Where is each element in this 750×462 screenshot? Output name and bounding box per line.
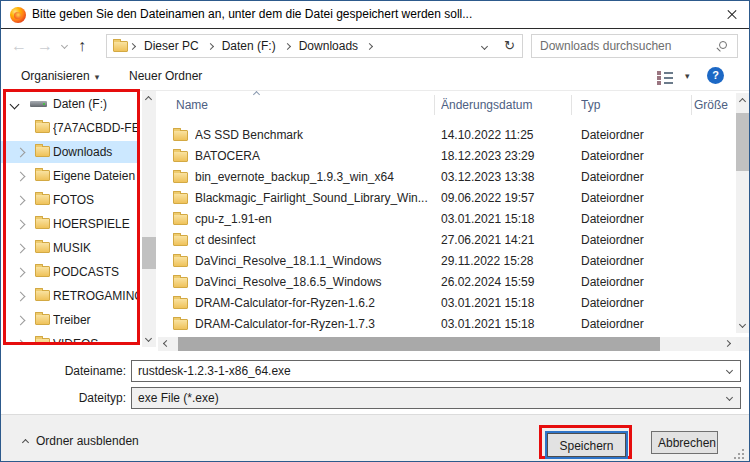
- refresh-button[interactable]: ↻: [497, 34, 523, 58]
- file-date: 26.02.2024 15:59: [441, 272, 571, 293]
- file-row-batocera[interactable]: BATOCERA 18.12.2023 23:29 Dateiordner: [158, 146, 736, 167]
- expander-collapsed-icon[interactable]: [16, 172, 26, 182]
- tree-scrollbar-thumb[interactable]: [142, 237, 156, 269]
- change-view-icon[interactable]: [657, 71, 673, 83]
- file-row-dram-162[interactable]: DRAM-Calculator-for-Ryzen-1.6.2 03.01.20…: [158, 293, 736, 314]
- filename-input[interactable]: [131, 360, 741, 382]
- address-dropdown-icon[interactable]: [481, 43, 488, 50]
- tree-item-downloads[interactable]: Downloads: [1, 141, 140, 163]
- views-dropdown-icon[interactable]: ▾: [685, 62, 690, 90]
- column-separator[interactable]: [691, 95, 692, 115]
- save-file-dialog: Bitte geben Sie den Dateinamen an, unter…: [0, 0, 750, 462]
- file-name: cpu-z_1.91-en: [195, 209, 435, 230]
- save-button[interactable]: Speichern: [547, 433, 626, 457]
- tree-item-label: MUSIK: [53, 237, 139, 259]
- expander-collapsed-icon[interactable]: [16, 148, 26, 158]
- back-button[interactable]: ←: [11, 30, 27, 62]
- tree-item-treiber[interactable]: Treiber: [1, 309, 140, 331]
- file-type: Dateiordner: [581, 188, 691, 209]
- help-button[interactable]: ?: [707, 67, 724, 84]
- chevron-right-icon: [366, 42, 373, 49]
- breadcrumb-item-daten-f[interactable]: Daten (F:): [222, 39, 276, 53]
- tree-item-musik[interactable]: MUSIK: [1, 237, 140, 259]
- file-row-davinci-1865[interactable]: DaVinci_Resolve_18.6.5_Windows 26.02.202…: [158, 272, 736, 293]
- tree-item-eigene-dateien[interactable]: Eigene Dateien: [1, 165, 140, 187]
- column-header-name[interactable]: Name: [176, 98, 426, 112]
- file-type: Dateiordner: [581, 167, 691, 188]
- organize-label: Organisieren: [21, 69, 90, 83]
- tree-item-label: FOTOS: [53, 189, 139, 211]
- file-type: Dateiordner: [581, 251, 691, 272]
- breadcrumb[interactable]: Dieser PC Daten (F:) Downloads: [106, 34, 498, 58]
- expander-collapsed-icon[interactable]: [16, 268, 26, 278]
- forward-button[interactable]: →: [37, 30, 53, 62]
- folder-icon: [35, 194, 50, 205]
- column-header-size[interactable]: Größe: [694, 98, 736, 112]
- file-date: 29.11.2022 15:28: [441, 251, 571, 272]
- file-row-davinci-1811[interactable]: DaVinci_Resolve_18.1.1_Windows 29.11.202…: [158, 251, 736, 272]
- column-separator[interactable]: [571, 95, 572, 115]
- tree-item-retrogaming[interactable]: RETROGAMING: [1, 285, 140, 307]
- new-folder-button[interactable]: Neuer Ordner: [129, 62, 202, 90]
- file-row-ct-desinfect[interactable]: ct desinfect 27.06.2021 14:21 Dateiordne…: [158, 230, 736, 251]
- scroll-down-icon[interactable]: [739, 321, 746, 328]
- folder-icon: [35, 170, 50, 181]
- cancel-button[interactable]: Abbrechen: [651, 431, 718, 454]
- list-hscrollbar-thumb[interactable]: [178, 337, 660, 351]
- tree-scrollbar[interactable]: [142, 91, 156, 347]
- up-icon: ↑: [78, 37, 86, 54]
- filetype-select[interactable]: exe File (*.exe): [131, 387, 741, 409]
- tree-item-daten-f[interactable]: Daten (F:): [1, 93, 140, 115]
- breadcrumb-item-downloads[interactable]: Downloads: [299, 39, 358, 53]
- file-date: 18.12.2023 23:29: [441, 146, 571, 167]
- scroll-down-icon[interactable]: [145, 335, 152, 342]
- scroll-right-icon[interactable]: [724, 340, 731, 347]
- search-icon[interactable]: [719, 41, 727, 49]
- recent-locations-chevron-icon[interactable]: [61, 42, 68, 49]
- folder-icon: [173, 319, 188, 330]
- file-type: Dateiordner: [581, 209, 691, 230]
- expander-collapsed-icon[interactable]: [16, 244, 26, 254]
- close-button[interactable]: [715, 1, 749, 28]
- file-row-blackmagic[interactable]: Blackmagic_Fairlight_Sound_Library_Win..…: [158, 188, 736, 209]
- chevron-right-icon: [207, 42, 214, 49]
- tree-item-label: VIDEOS: [53, 333, 139, 345]
- forward-icon: →: [37, 37, 53, 54]
- list-vscrollbar-thumb[interactable]: [736, 113, 750, 171]
- column-header-type[interactable]: Typ: [581, 98, 681, 112]
- file-row-bin-evernote[interactable]: bin_evernote_backup_1.9.3_win_x64 03.12.…: [158, 167, 736, 188]
- breadcrumb-item-dieser-pc[interactable]: Dieser PC: [144, 39, 199, 53]
- list-vertical-scrollbar[interactable]: [736, 93, 750, 333]
- tree-item-videos[interactable]: VIDEOS: [1, 333, 140, 345]
- location-folder-icon: [113, 41, 128, 52]
- tree-item-podcasts[interactable]: PODCASTS: [1, 261, 140, 283]
- dropdown-icon: ▾: [95, 72, 100, 82]
- tree-item-7a7acbdd[interactable]: {7A7ACBDD-FE: [1, 117, 140, 139]
- expander-collapsed-icon[interactable]: [16, 340, 26, 345]
- file-row-as-ssd-benchmark[interactable]: AS SSD Benchmark 14.10.2022 11:25 Dateio…: [158, 125, 736, 146]
- tree-item-fotos[interactable]: FOTOS: [1, 189, 140, 211]
- hide-folders-toggle[interactable]: Ordner ausblenden: [23, 432, 139, 450]
- expander-collapsed-icon[interactable]: [16, 316, 26, 326]
- organize-button[interactable]: Organisieren▾: [21, 62, 99, 91]
- tree-item-hoerspiele[interactable]: HOERSPIELE: [1, 213, 140, 235]
- expander-collapsed-icon[interactable]: [16, 196, 26, 206]
- expander-expanded-icon[interactable]: [10, 100, 20, 110]
- column-header-date[interactable]: Änderungsdatum: [441, 98, 561, 112]
- folder-icon: [173, 277, 188, 288]
- column-separator[interactable]: [434, 95, 435, 115]
- expander-collapsed-icon[interactable]: [16, 220, 26, 230]
- scroll-up-icon[interactable]: [739, 98, 746, 105]
- dialog-footer: Ordner ausblenden Speichern Abbrechen: [1, 414, 749, 462]
- expander-collapsed-icon[interactable]: [16, 292, 26, 302]
- list-horizontal-scrollbar[interactable]: [158, 337, 736, 351]
- scroll-left-icon[interactable]: [163, 340, 170, 347]
- file-row-cpu-z[interactable]: cpu-z_1.91-en 03.01.2021 15:18 Dateiordn…: [158, 209, 736, 230]
- search-input[interactable]: [532, 35, 718, 57]
- file-row-dram-173[interactable]: DRAM-Calculator-for-Ryzen-1.7.3 03.01.20…: [158, 314, 736, 335]
- scroll-up-icon[interactable]: [145, 96, 152, 103]
- resize-grip[interactable]: [734, 449, 745, 460]
- sort-ascending-icon: [253, 91, 260, 98]
- up-button[interactable]: ↑: [78, 30, 86, 62]
- file-name: bin_evernote_backup_1.9.3_win_x64: [195, 167, 435, 188]
